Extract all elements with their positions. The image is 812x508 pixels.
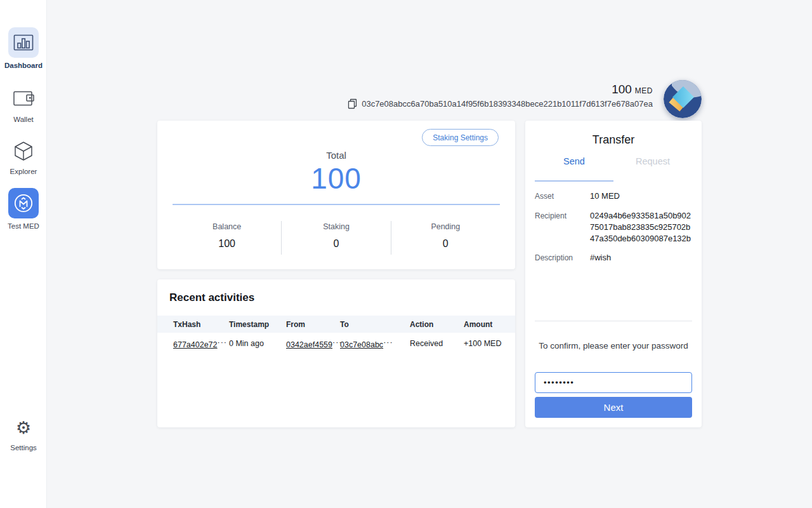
txhash-link[interactable]: 677a402e72 xyxy=(173,340,218,349)
total-value: 100 xyxy=(157,161,515,196)
total-label: Total xyxy=(157,150,515,161)
sidebar: Dashboard Wallet Explorer xyxy=(0,0,47,508)
field-value: 0249a4b6e933581a50b90275017bab823835c925… xyxy=(590,210,692,244)
field-value: #wish xyxy=(590,252,692,264)
action-cell: Received xyxy=(410,339,464,348)
field-description: Description #wish xyxy=(535,252,692,264)
transfer-card: Transfer Send Request Asset 10 MED Recip… xyxy=(525,121,702,427)
to-link[interactable]: 03c7e08abc xyxy=(340,340,383,349)
med-logo-icon xyxy=(8,188,39,218)
cube-icon xyxy=(12,140,35,162)
sidebar-item-wallet[interactable]: Wallet xyxy=(0,88,47,123)
field-label: Description xyxy=(535,252,590,264)
stat-label: Staking xyxy=(282,222,390,231)
txhash-cell: 677a402e72··· xyxy=(173,338,229,349)
account-address: 03c7e08abcc6a70ba510a14f95f6b18393348bec… xyxy=(362,99,653,109)
divider xyxy=(535,321,692,321)
field-label: Recipient xyxy=(535,210,590,244)
balance-unit: MED xyxy=(635,86,653,95)
stat-value: 100 xyxy=(173,238,281,250)
from-link[interactable]: 0342aef4559 xyxy=(286,340,332,349)
med-coin-logo xyxy=(664,80,702,118)
sidebar-item-label: Settings xyxy=(10,444,37,451)
stat-balance: Balance 100 xyxy=(173,221,281,255)
transfer-title: Transfer xyxy=(525,133,702,147)
table-row: 677a402e72··· 0 Min ago 0342aef4559··· 0… xyxy=(157,333,515,354)
sidebar-item-test-med[interactable]: Test MED xyxy=(0,188,47,230)
field-label: Asset xyxy=(535,190,590,202)
ellipsis: ··· xyxy=(383,338,393,347)
column-header: From xyxy=(286,320,340,329)
ellipsis: ··· xyxy=(218,338,228,347)
wallet-icon xyxy=(11,88,36,109)
sidebar-item-explorer[interactable]: Explorer xyxy=(0,140,47,175)
column-header: Action xyxy=(410,320,464,329)
activities-table-header: TxHash Timestamp From To Action Amount xyxy=(157,316,515,333)
stat-pending: Pending 0 xyxy=(391,221,500,255)
recent-activities-card: Recent activities TxHash Timestamp From … xyxy=(157,279,515,427)
to-cell: 03c7e08abc··· xyxy=(340,338,410,349)
amount-cell: +100 MED xyxy=(464,339,508,348)
recent-activities-title: Recent activities xyxy=(169,291,254,304)
field-asset: Asset 10 MED xyxy=(535,190,692,202)
transfer-tabs: Send Request xyxy=(535,156,692,182)
tab-send[interactable]: Send xyxy=(535,156,613,182)
column-header: Amount xyxy=(464,320,508,329)
account-balance: 100 MED xyxy=(612,83,653,97)
stat-staking: Staking 0 xyxy=(281,221,390,255)
total-balance-card: Staking Settings Total 100 Balance 100 S… xyxy=(157,121,515,269)
app-root: Dashboard Wallet Explorer xyxy=(0,0,812,508)
total-underline xyxy=(173,204,500,205)
field-value: 10 MED xyxy=(590,190,692,202)
staking-settings-button[interactable]: Staking Settings xyxy=(422,129,499,146)
from-cell: 0342aef4559··· xyxy=(286,338,340,349)
stat-label: Pending xyxy=(391,222,500,231)
sidebar-item-label: Dashboard xyxy=(4,62,43,69)
stat-value: 0 xyxy=(391,238,500,250)
next-button[interactable]: Next xyxy=(535,397,692,418)
confirm-password-prompt: To confirm, please enter your password xyxy=(525,341,702,351)
balance-amount: 100 xyxy=(612,83,632,97)
sidebar-item-label: Explorer xyxy=(10,168,37,175)
balance-stats-row: Balance 100 Staking 0 Pending 0 xyxy=(173,221,500,255)
account-address-row: 03c7e08abcc6a70ba510a14f95f6b18393348bec… xyxy=(348,98,653,109)
sidebar-item-label: Test MED xyxy=(8,222,39,230)
stat-value: 0 xyxy=(282,238,390,250)
column-header: To xyxy=(340,320,410,329)
copy-icon[interactable] xyxy=(348,98,357,109)
field-recipient: Recipient 0249a4b6e933581a50b90275017bab… xyxy=(535,210,692,244)
tab-request[interactable]: Request xyxy=(613,156,692,182)
column-header: Timestamp xyxy=(229,320,286,329)
sidebar-item-dashboard[interactable]: Dashboard xyxy=(0,27,47,69)
sidebar-item-settings[interactable]: ⚙ Settings xyxy=(0,419,47,451)
gear-icon: ⚙ xyxy=(16,419,31,436)
password-input[interactable] xyxy=(535,372,692,393)
timestamp-cell: 0 Min ago xyxy=(229,339,286,348)
bar-chart-icon xyxy=(8,27,39,58)
sidebar-item-label: Wallet xyxy=(13,116,34,123)
stat-label: Balance xyxy=(173,222,281,231)
column-header: TxHash xyxy=(173,320,229,329)
